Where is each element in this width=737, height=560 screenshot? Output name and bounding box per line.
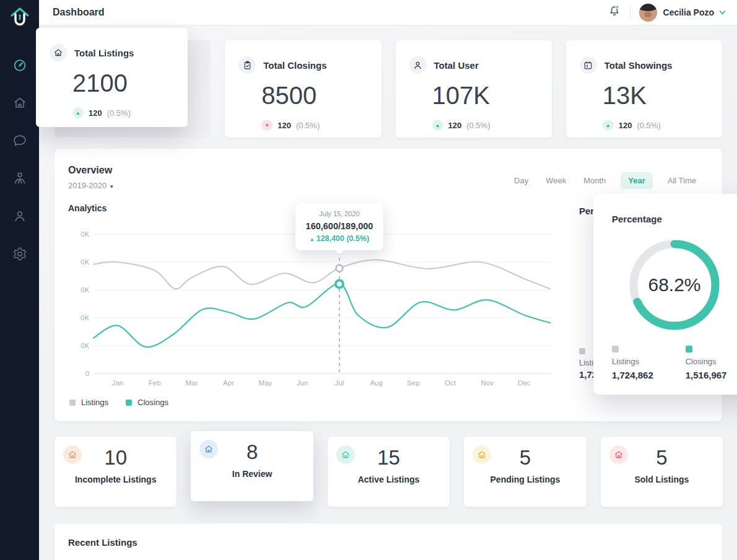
x-axis-tick: Dec bbox=[518, 379, 531, 387]
status-card[interactable]: 15Active Listings bbox=[328, 437, 450, 507]
filter-tab-all-time[interactable]: All Time bbox=[665, 172, 699, 189]
tooltip-change: ▲128,400 (0.5%) bbox=[299, 234, 380, 243]
status-label: Incomplete Listings bbox=[55, 475, 177, 484]
stat-card-value: 107K bbox=[432, 82, 552, 110]
home-icon bbox=[199, 440, 218, 458]
tooltip-value: 160,600/189,000 bbox=[299, 221, 380, 231]
sidebar-item-messages[interactable] bbox=[12, 133, 27, 148]
status-label: Sold Listings bbox=[601, 475, 723, 484]
legend-swatch bbox=[69, 400, 76, 406]
home-icon bbox=[50, 44, 67, 61]
sidebar-item-listings[interactable] bbox=[12, 95, 27, 110]
legend-label: Listings bbox=[612, 357, 653, 366]
home-icon bbox=[336, 445, 355, 464]
status-card[interactable]: 8In Review bbox=[191, 431, 313, 501]
filter-tab-day[interactable]: Day bbox=[512, 172, 531, 189]
y-axis-tick: 250K bbox=[81, 230, 90, 238]
stat-card[interactable]: Total Showings13K▲120(0.5%) bbox=[566, 40, 722, 138]
recent-listings-title: Recent Listings bbox=[68, 537, 137, 548]
stat-change-percent: (0.5%) bbox=[107, 108, 131, 118]
user-menu[interactable]: Cecilia Pozo bbox=[639, 4, 725, 22]
stat-change-percent: (0.5%) bbox=[296, 121, 320, 130]
user-icon bbox=[409, 56, 427, 74]
top-header: Dashboard Cecilia Pozo bbox=[39, 0, 737, 25]
stat-card[interactable]: Total Listings2100▲120(0.5%) bbox=[36, 28, 188, 127]
legend-swatch bbox=[579, 348, 585, 354]
analytics-line-chart[interactable]: 250K200K150K100K50K0JanFebMarAprMayJunJu… bbox=[81, 229, 551, 390]
sidebar-nav bbox=[0, 58, 39, 261]
legend-value: 1,724,862 bbox=[612, 370, 653, 380]
status-card[interactable]: 5Sold Listings bbox=[601, 437, 723, 507]
avatar bbox=[639, 4, 657, 22]
home-icon bbox=[12, 95, 27, 110]
stat-card[interactable]: Total Closings8500▼120(0.5%) bbox=[225, 40, 381, 138]
status-label: In Review bbox=[191, 469, 313, 479]
stat-change-percent: (0.5%) bbox=[637, 121, 660, 130]
notifications-button[interactable] bbox=[608, 4, 621, 20]
stat-change-percent: (0.5%) bbox=[466, 121, 490, 130]
stat-change-value: 120 bbox=[619, 121, 632, 130]
y-axis-tick: 200K bbox=[81, 258, 90, 266]
filter-tab-week[interactable]: Week bbox=[543, 172, 569, 189]
stats-row: Total Listings2100▲120(0.5%)Total Closin… bbox=[55, 40, 722, 138]
stat-change-value: 120 bbox=[89, 108, 102, 118]
donut-value: 68.2% bbox=[648, 274, 700, 295]
trend-up-icon: ▲ bbox=[310, 237, 315, 242]
x-axis-tick: May bbox=[259, 379, 273, 387]
status-card[interactable]: 10Incomplete Listings bbox=[55, 437, 177, 507]
status-card[interactable]: 5Pending Listings bbox=[464, 437, 586, 507]
status-cards-row: 10Incomplete Listings8In Review15Active … bbox=[55, 437, 723, 507]
x-axis-tick: Aug bbox=[370, 379, 382, 387]
closings-marker bbox=[336, 280, 343, 287]
filter-tab-month[interactable]: Month bbox=[581, 172, 608, 189]
user-name: Cecilia Pozo bbox=[663, 7, 714, 17]
status-label: Pending Listings bbox=[464, 475, 586, 484]
filter-tab-year[interactable]: Year bbox=[621, 172, 652, 189]
x-axis-tick: Sep bbox=[407, 379, 419, 387]
trend-up-icon: ▲ bbox=[432, 120, 443, 131]
stat-card-label: Total Listings bbox=[74, 48, 134, 58]
home-icon bbox=[63, 445, 82, 464]
sidebar-item-agents[interactable] bbox=[12, 171, 27, 186]
chevron-down-icon bbox=[720, 8, 726, 14]
stat-card-label: Total User bbox=[434, 60, 479, 71]
date-range-dropdown[interactable]: 2019-2020▼ bbox=[68, 181, 114, 190]
donut-legend-item: Closings1,516,967 bbox=[686, 346, 727, 380]
stat-card-value: 13K bbox=[603, 82, 722, 110]
y-axis-tick: 0 bbox=[85, 370, 89, 377]
donut-legend: Listings1,724,862Closings1,516,967 bbox=[612, 346, 726, 380]
x-axis-tick: Nov bbox=[481, 379, 494, 387]
trend-up-icon: ▲ bbox=[603, 120, 614, 131]
header-divider bbox=[630, 6, 630, 19]
bell-icon bbox=[608, 4, 621, 18]
donut-chart: 68.2% bbox=[625, 235, 724, 335]
stat-card-label: Total Showings bbox=[604, 60, 673, 71]
home-icon bbox=[609, 445, 628, 464]
stat-card[interactable]: Total User107K▲120(0.5%) bbox=[396, 40, 552, 138]
y-axis-tick: 50K bbox=[81, 342, 90, 349]
x-axis-tick: Jul bbox=[335, 379, 344, 387]
sidebar bbox=[0, 0, 39, 560]
analytics-label: Analytics bbox=[68, 203, 107, 213]
series-line-listings bbox=[94, 260, 550, 289]
percentage-card[interactable]: Percentage 68.2% Listings1,724,862Closin… bbox=[593, 194, 737, 395]
sidebar-item-settings[interactable] bbox=[12, 247, 27, 261]
chat-bubble-icon bbox=[12, 133, 27, 148]
x-axis-tick: Oct bbox=[445, 379, 456, 387]
y-axis-tick: 150K bbox=[81, 286, 90, 294]
time-filter-tabs: DayWeekMonthYearAll Time bbox=[512, 172, 699, 189]
sidebar-item-dashboard[interactable] bbox=[12, 58, 27, 72]
legend-label: Closings bbox=[686, 357, 727, 366]
series-line-closings bbox=[94, 284, 550, 347]
stat-card-slot: Total User107K▲120(0.5%) bbox=[396, 40, 552, 138]
x-axis-tick: Jun bbox=[297, 379, 308, 387]
legend-swatch bbox=[126, 400, 132, 406]
sidebar-item-users[interactable] bbox=[12, 209, 27, 224]
agent-icon bbox=[12, 171, 27, 186]
legend-item: Closings bbox=[126, 398, 168, 407]
gear-icon bbox=[12, 247, 27, 261]
chart-tooltip: July 15, 2020 160,600/189,000 ▲128,400 (… bbox=[295, 203, 383, 250]
clipboard-icon bbox=[238, 56, 256, 74]
dashboard-gauge-icon bbox=[12, 58, 27, 72]
chart-legend: ListingsClosings bbox=[69, 398, 168, 407]
